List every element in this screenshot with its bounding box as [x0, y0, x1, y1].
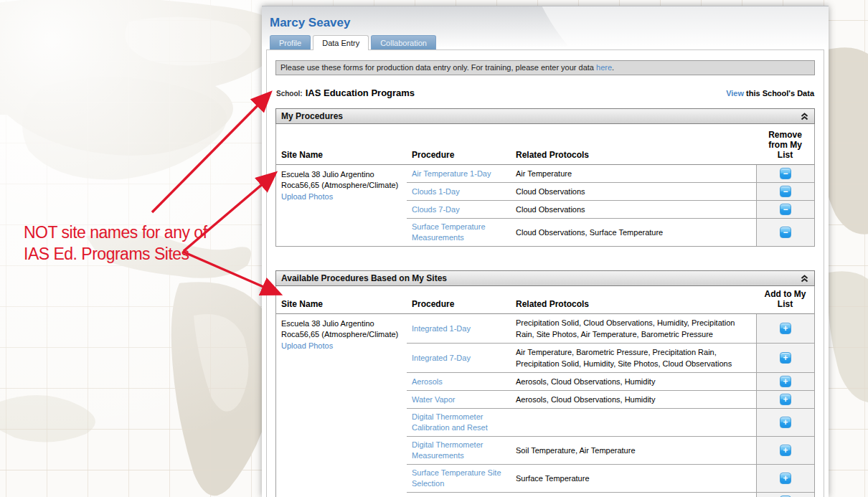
table-row: Aerosols Aerosols, Cloud Observations, H…	[407, 372, 814, 390]
related-protocols-cell: Aerosols, Cloud Observations, Humidity	[511, 373, 756, 390]
related-protocols-cell: Cloud Observations, Surface Temperature	[511, 219, 756, 246]
column-header-related-protocols: Related Protocols	[511, 147, 756, 164]
column-header-site-name: Site Name	[276, 147, 407, 164]
training-notice: Please use these forms for production da…	[275, 60, 815, 75]
related-protocols-cell: Air Temperature, Barometric Pressure, Pr…	[511, 344, 756, 372]
tab-data-entry[interactable]: Data Entry	[313, 35, 369, 50]
procedure-link[interactable]: Digital Thermometer Calibration and Rese…	[412, 412, 506, 433]
related-protocols-cell: Precipitation Solid, Cloud Observations,…	[511, 314, 756, 343]
procedure-cell: Aerosols	[407, 373, 511, 390]
notice-period: .	[612, 63, 614, 72]
procedure-link[interactable]: Clouds 1-Day	[412, 186, 460, 197]
annotation-line-2: IAS Ed. Programs Sites	[24, 243, 207, 265]
upload-photos-link[interactable]: Upload Photos	[281, 191, 333, 202]
related-protocols-cell	[511, 409, 756, 436]
procedure-link[interactable]: Aerosols	[412, 377, 443, 387]
column-header-procedure: Procedure	[407, 296, 511, 313]
procedure-link[interactable]: Surface Temperature Site Selection	[412, 468, 506, 489]
add-to-list-button[interactable]: +	[780, 323, 791, 334]
double-chevron-up-icon	[800, 274, 809, 283]
procedure-link[interactable]: Surface Temperature Measurements	[412, 222, 506, 243]
available-procedures-table: Site Name Procedure Related Protocols Ad…	[275, 286, 815, 497]
add-to-list-button[interactable]: +	[780, 394, 791, 405]
collapse-button[interactable]	[800, 112, 809, 121]
remove-from-list-button[interactable]: −	[780, 186, 791, 197]
collapse-button[interactable]	[800, 274, 809, 283]
site-name: Escuela 38 Julio Argentino Roca56,65 (At…	[281, 170, 398, 189]
procedure-cell: Digital Thermometer Measurements	[407, 437, 511, 464]
action-cell: +	[756, 391, 814, 408]
double-chevron-up-icon	[800, 112, 809, 121]
related-protocols-cell: Air Temperature	[511, 165, 756, 182]
my-procedures-rows: Air Temperature 1-Day Air Temperature − …	[407, 165, 814, 246]
related-protocols-cell: Ozone, Humidity, Cloud Observations	[511, 493, 756, 497]
available-procedures-title: Available Procedures Based on My Sites	[281, 273, 447, 283]
table-row: Digital Thermometer Measurements Soil Te…	[407, 436, 814, 464]
related-protocols-cell: Cloud Observations	[511, 201, 756, 218]
related-protocols-cell: Surface Temperature	[511, 465, 756, 492]
procedure-link[interactable]: Water Vapor	[412, 394, 456, 405]
column-header-site-name: Site Name	[276, 296, 407, 313]
my-procedures-table: Site Name Procedure Related Protocols Re…	[275, 124, 815, 247]
action-cell: +	[756, 493, 814, 497]
procedure-cell: Surface Temperature Measurements	[407, 219, 511, 246]
add-to-list-button[interactable]: +	[780, 376, 791, 387]
action-cell: −	[756, 165, 814, 182]
table-row: Air Temperature 1-Day Air Temperature −	[407, 165, 814, 182]
my-procedures-column-headers: Site Name Procedure Related Protocols Re…	[276, 124, 814, 165]
table-row: Integrated 7-Day Air Temperature, Barome…	[407, 343, 814, 372]
procedure-link[interactable]: Clouds 7-Day	[412, 204, 460, 215]
available-procedures-rows: Integrated 1-Day Precipitation Solid, Cl…	[407, 314, 814, 497]
action-cell: +	[756, 344, 814, 372]
site-cell: Escuela 38 Julio Argentino Roca56,65 (At…	[276, 165, 407, 246]
procedure-link[interactable]: Digital Thermometer Measurements	[412, 440, 506, 461]
action-cell: +	[756, 373, 814, 390]
related-protocols-cell: Soil Temperature, Air Temperature	[511, 437, 756, 464]
tab-content: Please use these forms for production da…	[266, 49, 824, 497]
action-cell: +	[756, 437, 814, 464]
page-title: Marcy Seavey	[270, 16, 829, 30]
procedure-cell: Surface Ozone	[407, 493, 511, 497]
table-row: Surface Ozone Ozone, Humidity, Cloud Obs…	[407, 492, 814, 497]
remove-from-list-button[interactable]: −	[780, 227, 791, 238]
add-to-list-button[interactable]: +	[780, 473, 791, 484]
action-cell: −	[756, 219, 814, 246]
site-name: Escuela 38 Julio Argentino Roca56,65 (At…	[281, 319, 398, 339]
procedure-cell: Air Temperature 1-Day	[407, 165, 511, 182]
table-row: Surface Temperature Site Selection Surfa…	[407, 464, 814, 492]
action-cell: −	[756, 201, 814, 218]
column-header-procedure: Procedure	[407, 147, 511, 164]
add-to-list-button[interactable]: +	[780, 417, 791, 428]
action-cell: +	[756, 409, 814, 436]
remove-from-list-button[interactable]: −	[780, 168, 791, 179]
add-to-list-button[interactable]: +	[780, 445, 791, 456]
related-protocols-cell: Aerosols, Cloud Observations, Humidity	[511, 391, 756, 408]
procedure-cell: Digital Thermometer Calibration and Rese…	[407, 409, 511, 436]
view-school-data-link[interactable]: View	[726, 89, 744, 98]
upload-photos-link[interactable]: Upload Photos	[281, 341, 333, 351]
tab-collaboration[interactable]: Collaboration	[371, 35, 436, 49]
table-row: Integrated 1-Day Precipitation Solid, Cl…	[407, 314, 814, 343]
procedure-cell: Surface Temperature Site Selection	[407, 465, 511, 492]
school-name: IAS Education Programs	[306, 87, 415, 98]
training-here-link[interactable]: here	[596, 63, 612, 72]
table-row: Water Vapor Aerosols, Cloud Observations…	[407, 390, 814, 408]
action-cell: −	[756, 183, 814, 200]
column-header-related-protocols: Related Protocols	[511, 296, 756, 313]
tab-profile[interactable]: Profile	[270, 35, 311, 49]
procedure-cell: Integrated 1-Day	[407, 314, 511, 343]
view-school-data-rest: this School's Data	[744, 89, 814, 98]
procedure-cell: Integrated 7-Day	[407, 344, 511, 372]
add-to-list-button[interactable]: +	[780, 352, 791, 364]
procedure-link[interactable]: Air Temperature 1-Day	[412, 169, 491, 179]
remove-from-list-button[interactable]: −	[780, 204, 791, 215]
site-cell: Escuela 38 Julio Argentino Roca56,65 (At…	[276, 314, 407, 497]
tab-bar: Profile Data Entry Collaboration	[262, 35, 829, 49]
annotation-line-1: NOT site names for any of	[24, 222, 207, 243]
my-procedures-title: My Procedures	[281, 111, 343, 121]
procedure-link[interactable]: Integrated 1-Day	[412, 323, 471, 334]
procedure-link[interactable]: Integrated 7-Day	[412, 353, 471, 364]
table-row: Digital Thermometer Calibration and Rese…	[407, 408, 814, 436]
action-cell: +	[756, 314, 814, 343]
column-header-add-to-my-list: Add to My List	[756, 286, 814, 313]
